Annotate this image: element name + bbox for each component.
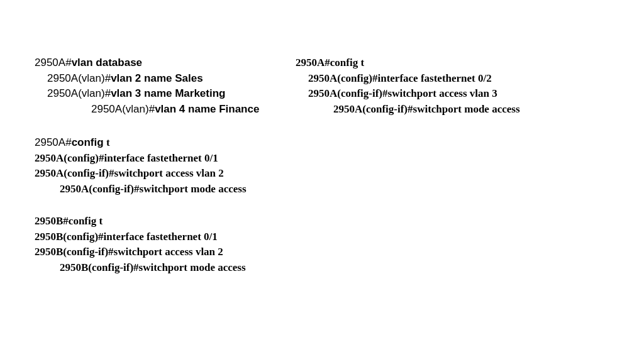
cli-command-part: config <box>72 136 104 148</box>
cli-prompt: 2950A(vlan)# <box>47 87 111 99</box>
cli-command: config t <box>330 57 364 69</box>
cli-line: 2950A#config t <box>35 135 247 151</box>
cli-prompt: 2950B(config)# <box>35 231 104 243</box>
cli-command: vlan 4 name Finance <box>155 103 259 115</box>
cli-line: 2950A(vlan)#vlan 2 name Sales <box>47 71 259 87</box>
cli-command: vlan 3 name Marketing <box>111 87 225 99</box>
cli-prompt: 2950A# <box>296 57 330 69</box>
cli-command: config t <box>69 215 103 227</box>
cli-prompt: 2950B(config-if)# <box>60 261 139 273</box>
cli-command: interface fastethernet 0/2 <box>377 72 491 84</box>
cli-prompt: 2950A(config-if)# <box>333 103 413 115</box>
cli-line: 2950A(config-if)#switchport mode access <box>333 102 520 118</box>
cli-line: 2950A(vlan)#vlan 3 name Marketing <box>47 86 259 102</box>
cli-line: 2950B#config t <box>35 214 246 229</box>
cli-line: 2950B(config-if)#switchport mode access <box>60 260 246 276</box>
cli-line: 2950B(config-if)#switchport access vlan … <box>35 244 246 260</box>
cli-line: 2950A(config)#interface fastethernet 0/1 <box>35 151 247 167</box>
cli-command: interface fastethernet 0/1 <box>104 152 218 164</box>
cli-command-part: t <box>104 136 110 148</box>
cli-prompt: 2950A(config-if)# <box>308 87 388 99</box>
cli-prompt: 2950A(vlan)# <box>91 103 155 115</box>
cli-command: vlan 2 name Sales <box>111 72 203 84</box>
cli-command: switchport access vlan 3 <box>388 87 497 99</box>
cli-command: switchport access vlan 2 <box>114 246 223 258</box>
cli-command: switchport mode access <box>139 261 246 273</box>
cli-line: 2950A(config-if)#switchport access vlan … <box>35 166 247 182</box>
cli-command: switchport access vlan 2 <box>114 167 224 179</box>
cli-prompt: 2950A(config)# <box>35 152 104 164</box>
cli-command: switchport mode access <box>140 183 247 195</box>
cli-line: 2950B(config)#interface fastethernet 0/1 <box>35 229 246 245</box>
cli-prompt: 2950A# <box>35 136 72 148</box>
cli-prompt: 2950B# <box>35 215 69 227</box>
cli-line: 2950A#vlan database <box>35 55 259 71</box>
cli-prompt: 2950A(vlan)# <box>47 72 111 84</box>
cli-prompt: 2950B(config-if)# <box>35 246 114 258</box>
cli-line: 2950A(config-if)#switchport mode access <box>60 182 247 197</box>
cli-prompt: 2950A(config-if)# <box>60 183 140 195</box>
cli-prompt: 2950A# <box>35 57 72 69</box>
cli-prompt: 2950A(config-if)# <box>35 167 114 179</box>
cli-command: vlan database <box>72 57 142 69</box>
cli-line: 2950A(config-if)#switchport access vlan … <box>308 86 520 102</box>
cli-line: 2950A(config)#interface fastethernet 0/2 <box>308 71 520 87</box>
cli-command: interface fastethernet 0/1 <box>104 231 218 243</box>
cli-line: 2950A(vlan)#vlan 4 name Finance <box>91 102 259 118</box>
cli-prompt: 2950A(config)# <box>308 72 377 84</box>
cli-line: 2950A#config t <box>296 55 520 71</box>
cli-command: switchport mode access <box>413 103 520 115</box>
